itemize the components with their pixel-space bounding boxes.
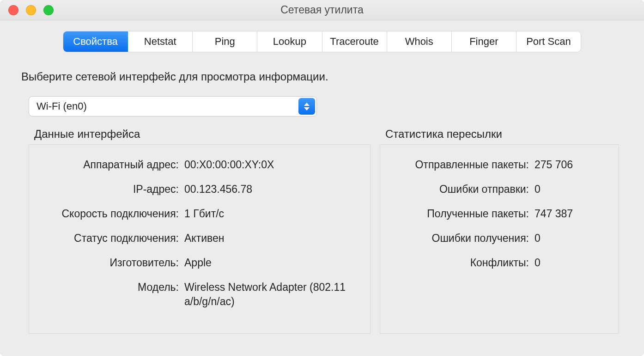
sent-packets-value: 275 706 — [535, 158, 608, 172]
chevron-updown-icon — [298, 98, 315, 115]
tab-traceroute[interactable]: Traceroute — [322, 31, 387, 52]
titlebar: Сетевая утилита — [0, 0, 644, 20]
tab-ping[interactable]: Ping — [193, 31, 257, 52]
interface-info-title: Данные интерфейса — [34, 128, 371, 141]
tab-lookup[interactable]: Lookup — [257, 31, 322, 52]
app-window: Сетевая утилита Свойства Netstat Ping Lo… — [0, 0, 644, 356]
recv-errors-value: 0 — [535, 231, 608, 246]
hardware-address-label: Аппаратный адрес: — [40, 158, 184, 172]
row-ip-address: IP-адрес: 00.123.456.78 — [40, 182, 359, 196]
interface-info-body: Аппаратный адрес: 00:X0:00:00:XY:0X IP-а… — [29, 144, 371, 334]
close-button[interactable] — [8, 5, 18, 15]
minimize-button[interactable] — [26, 5, 36, 15]
window-title: Сетевая утилита — [0, 4, 644, 16]
model-value: Wireless Network Adapter (802.11 a/b/g/n… — [184, 280, 359, 309]
traffic-lights — [8, 5, 54, 15]
window-content: Свойства Netstat Ping Lookup Traceroute … — [0, 20, 644, 347]
collisions-value: 0 — [535, 256, 608, 270]
ip-address-value: 00.123.456.78 — [184, 182, 359, 196]
interface-select-wrap: Wi-Fi (en0) — [29, 96, 627, 117]
tab-portscan[interactable]: Port Scan — [516, 31, 581, 52]
interface-info-panel: Данные интерфейса Аппаратный адрес: 00:X… — [29, 128, 371, 334]
transfer-stats-title: Статистика пересылки — [385, 128, 619, 141]
tab-whois[interactable]: Whois — [387, 31, 452, 52]
link-status-label: Статус подключения: — [40, 231, 184, 246]
row-vendor: Изготовитель: Apple — [40, 256, 359, 270]
row-hardware-address: Аппаратный адрес: 00:X0:00:00:XY:0X — [40, 158, 359, 172]
link-speed-label: Скорость подключения: — [40, 207, 184, 221]
collisions-label: Конфликты: — [391, 256, 535, 270]
recv-packets-label: Полученные пакеты: — [391, 207, 535, 221]
link-status-value: Активен — [184, 231, 359, 246]
transfer-stats-panel: Статистика пересылки Отправленные пакеты… — [380, 128, 619, 334]
row-recv-packets: Полученные пакеты: 747 387 — [391, 207, 608, 221]
prompt-text: Выберите сетевой интерфейс для просмотра… — [21, 70, 627, 83]
row-sent-packets: Отправленные пакеты: 275 706 — [391, 158, 608, 172]
tab-properties[interactable]: Свойства — [63, 31, 128, 52]
model-label: Модель: — [40, 280, 184, 309]
vendor-value: Apple — [184, 256, 359, 270]
row-recv-errors: Ошибки получения: 0 — [391, 231, 608, 246]
interface-select[interactable]: Wi-Fi (en0) — [29, 96, 317, 117]
send-errors-label: Ошибки отправки: — [391, 182, 535, 196]
row-send-errors: Ошибки отправки: 0 — [391, 182, 608, 196]
panels: Данные интерфейса Аппаратный адрес: 00:X… — [29, 128, 627, 334]
recv-errors-label: Ошибки получения: — [391, 231, 535, 246]
recv-packets-value: 747 387 — [535, 207, 608, 221]
hardware-address-value: 00:X0:00:00:XY:0X — [184, 158, 359, 172]
row-collisions: Конфликты: 0 — [391, 256, 608, 270]
row-link-status: Статус подключения: Активен — [40, 231, 359, 246]
transfer-stats-body: Отправленные пакеты: 275 706 Ошибки отпр… — [380, 144, 619, 334]
tab-netstat[interactable]: Netstat — [128, 31, 193, 52]
vendor-label: Изготовитель: — [40, 256, 184, 270]
link-speed-value: 1 Гбит/с — [184, 207, 359, 221]
zoom-button[interactable] — [43, 5, 54, 15]
sent-packets-label: Отправленные пакеты: — [391, 158, 535, 172]
send-errors-value: 0 — [535, 182, 608, 196]
interface-select-value: Wi-Fi (en0) — [36, 100, 87, 112]
row-link-speed: Скорость подключения: 1 Гбит/с — [40, 207, 359, 221]
tabbar: Свойства Netstat Ping Lookup Traceroute … — [63, 31, 581, 52]
tab-finger[interactable]: Finger — [452, 31, 516, 52]
row-model: Модель: Wireless Network Adapter (802.11… — [40, 280, 359, 309]
ip-address-label: IP-адрес: — [40, 182, 184, 196]
